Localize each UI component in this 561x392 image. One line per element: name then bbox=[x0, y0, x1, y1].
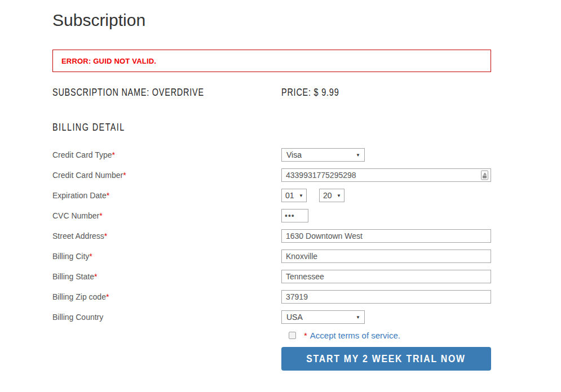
select-value: 20 bbox=[323, 191, 332, 200]
credit-card-type-select[interactable]: Visa ▼ bbox=[281, 148, 365, 162]
billing-detail-heading-text: BILLING DETAIL bbox=[52, 122, 125, 132]
billing-country-select[interactable]: USA ▼ bbox=[281, 310, 365, 324]
billing-city-label: Billing City* bbox=[52, 250, 281, 263]
required-asterisk: * bbox=[104, 231, 107, 240]
field-label-text: Billing State bbox=[52, 272, 94, 281]
street-address-row: Street Address* bbox=[52, 229, 491, 243]
required-asterisk: * bbox=[99, 211, 102, 220]
cvc-input[interactable] bbox=[281, 209, 308, 222]
street-address-label: Street Address* bbox=[52, 229, 281, 243]
field-label-text: CVC Number bbox=[52, 211, 99, 220]
credit-card-number-label: Credit Card Number* bbox=[52, 168, 281, 182]
expiration-date-row: Expiration Date* 01 ▼ 20 ▼ bbox=[52, 189, 491, 202]
field-label-text: Billing Zip code bbox=[52, 292, 106, 301]
field-label-text: Credit Card Number bbox=[52, 171, 123, 180]
chevron-down-icon: ▼ bbox=[337, 193, 341, 198]
subscription-name: SUBSCRIPTION NAME: OVERDRIVE bbox=[52, 87, 281, 98]
required-asterisk: * bbox=[112, 150, 115, 159]
billing-city-row: Billing City* bbox=[52, 250, 491, 263]
billing-zip-row: Billing Zip code* bbox=[52, 290, 491, 304]
billing-zip-label: Billing Zip code* bbox=[52, 290, 281, 304]
expiration-date-label: Expiration Date* bbox=[52, 189, 281, 202]
street-address-input[interactable] bbox=[281, 229, 491, 243]
accept-terms-checkbox[interactable] bbox=[289, 332, 296, 339]
credit-card-type-label: Credit Card Type* bbox=[52, 148, 281, 162]
credit-card-number-input[interactable] bbox=[281, 168, 491, 182]
credit-card-number-row: Credit Card Number* bbox=[52, 168, 491, 182]
billing-state-input[interactable] bbox=[281, 270, 491, 283]
chevron-down-icon: ▼ bbox=[299, 193, 303, 198]
required-asterisk: * bbox=[107, 191, 109, 200]
billing-zip-input[interactable] bbox=[281, 290, 491, 304]
chevron-down-icon: ▼ bbox=[356, 315, 360, 320]
required-asterisk: * bbox=[106, 292, 109, 301]
terms-of-service-link[interactable]: Accept terms of service. bbox=[310, 331, 400, 340]
select-value: Visa bbox=[286, 150, 302, 159]
select-value: USA bbox=[286, 313, 303, 322]
billing-country-row: Billing Country USA ▼ bbox=[52, 310, 491, 324]
credit-card-type-row: Credit Card Type* Visa ▼ bbox=[52, 148, 491, 162]
subscription-page: Subscription ERROR: GUID NOT VALID. SUBS… bbox=[52, 10, 491, 371]
billing-city-input[interactable] bbox=[281, 250, 491, 263]
billing-form: Credit Card Type* Visa ▼ Credit Card Num… bbox=[52, 148, 491, 371]
error-banner: ERROR: GUID NOT VALID. bbox=[52, 50, 491, 72]
required-asterisk: * bbox=[304, 331, 307, 340]
required-asterisk: * bbox=[123, 171, 126, 180]
number-spinner-icon[interactable] bbox=[481, 171, 488, 180]
field-label-text: Credit Card Type bbox=[52, 150, 112, 159]
cvc-number-label: CVC Number* bbox=[52, 209, 281, 222]
expiration-year-select[interactable]: 20 ▼ bbox=[319, 189, 344, 202]
select-spacer bbox=[307, 189, 319, 202]
spinner-arrow bbox=[483, 173, 487, 175]
required-asterisk: * bbox=[94, 272, 97, 281]
page-title: Subscription bbox=[52, 10, 491, 30]
error-message: ERROR: GUID NOT VALID. bbox=[61, 57, 156, 65]
billing-state-label: Billing State* bbox=[52, 270, 281, 283]
spinner-base bbox=[483, 176, 487, 179]
cvc-number-row: CVC Number* bbox=[52, 209, 491, 222]
field-label-text: Street Address bbox=[52, 231, 104, 240]
subscription-price-text: PRICE: $ 9.99 bbox=[281, 87, 339, 97]
billing-state-row: Billing State* bbox=[52, 270, 491, 283]
field-label-text: Billing City bbox=[52, 252, 89, 261]
billing-country-label: Billing Country bbox=[52, 310, 281, 324]
start-trial-button[interactable]: START MY 2 WEEK TRIAL NOW bbox=[281, 347, 491, 371]
subscription-name-text: SUBSCRIPTION NAME: OVERDRIVE bbox=[52, 87, 204, 97]
subscription-price: PRICE: $ 9.99 bbox=[281, 87, 354, 98]
start-trial-button-label: START MY 2 WEEK TRIAL NOW bbox=[307, 353, 466, 365]
required-asterisk: * bbox=[89, 252, 92, 261]
select-value: 01 bbox=[285, 191, 294, 200]
credit-card-number-wrap bbox=[281, 168, 491, 182]
expiration-month-select[interactable]: 01 ▼ bbox=[281, 189, 307, 202]
field-label-text: Billing Country bbox=[52, 313, 103, 322]
field-label-text: Expiration Date bbox=[52, 191, 107, 200]
chevron-down-icon: ▼ bbox=[356, 153, 360, 158]
subscription-summary: SUBSCRIPTION NAME: OVERDRIVE PRICE: $ 9.… bbox=[52, 87, 491, 98]
terms-row: * Accept terms of service. bbox=[281, 331, 491, 340]
billing-detail-heading: BILLING DETAIL bbox=[52, 122, 491, 133]
